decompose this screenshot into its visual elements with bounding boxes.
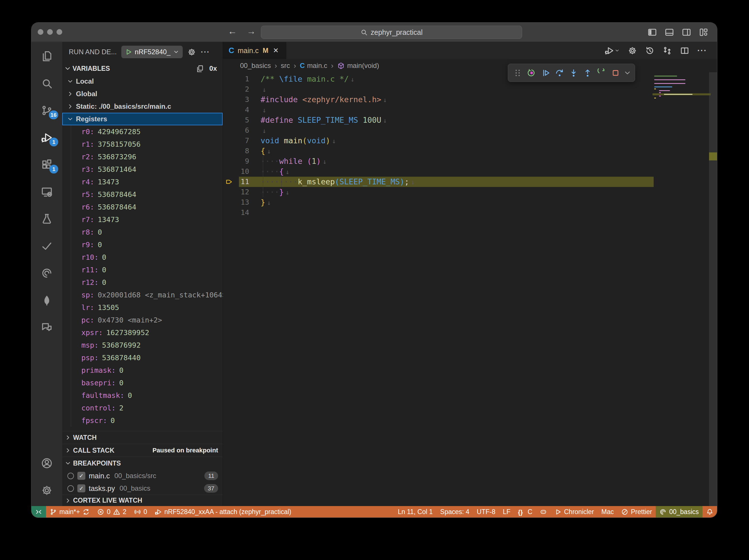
minimize-window-button[interactable] — [47, 29, 53, 35]
register-r12[interactable]: r12:0 — [62, 276, 223, 288]
status-problems[interactable]: 02 — [93, 506, 130, 517]
register-xpsr[interactable]: xpsr:1627389952 — [62, 326, 223, 339]
activity-item-run-and-debug[interactable]: 1 — [31, 124, 62, 151]
breakpoint-tasks.py[interactable]: ✓tasks.py00_basics37 — [62, 482, 223, 495]
register-lr[interactable]: lr:13505 — [62, 301, 223, 314]
gutter-margin[interactable] — [223, 208, 239, 218]
gutter-margin[interactable] — [223, 74, 239, 84]
status-workspace[interactable]: 00_basics — [656, 506, 703, 517]
breakpoints-section-header[interactable]: BREAKPOINTS — [62, 457, 223, 470]
breakpoint-checkbox[interactable]: ✓ — [77, 484, 85, 492]
register-fpscr[interactable]: fpscr:0 — [62, 414, 223, 427]
layout-custom-icon[interactable] — [699, 27, 708, 37]
status-language-mode[interactable]: {}C — [514, 506, 536, 517]
status-chronicler[interactable]: Chronicler — [551, 506, 598, 517]
tab-main-c[interactable]: C main.c M ✕ — [223, 42, 286, 59]
register-r4[interactable]: r4:13473 — [62, 175, 223, 188]
debug-step-out-button[interactable] — [581, 66, 594, 79]
debug-stop-button[interactable] — [609, 66, 621, 79]
activity-item-mongodb[interactable] — [31, 286, 62, 314]
register-psp[interactable]: psp:536878440 — [62, 351, 223, 364]
breakpoint-main.c[interactable]: ✓main.c00_basics/src11 — [62, 470, 223, 482]
gutter-margin[interactable] — [223, 135, 239, 146]
sidebar-more-actions[interactable]: ··· — [201, 48, 210, 57]
command-center-search[interactable]: zephyr_practical — [261, 26, 522, 39]
code-line-12[interactable]: 12····}↓ — [223, 187, 717, 197]
register-basepri[interactable]: basepri:0 — [62, 376, 223, 389]
minimap[interactable] — [654, 76, 708, 101]
hex-format-toggle[interactable]: 0x — [209, 65, 217, 72]
gutter-margin[interactable] — [223, 146, 239, 156]
code-line-2[interactable]: 2↓ — [223, 84, 717, 94]
debug-drag-handle-button[interactable] — [512, 66, 523, 79]
breadcrumb-item[interactable]: Cmain.c — [300, 62, 327, 70]
split-editor[interactable] — [680, 46, 689, 56]
register-r9[interactable]: r9:0 — [62, 238, 223, 251]
code-line-7[interactable]: 7void main(void)↓ — [223, 135, 717, 146]
register-msp[interactable]: msp:536876992 — [62, 339, 223, 351]
register-pc[interactable]: pc:0x4730 <main+2> — [62, 314, 223, 326]
gutter-margin[interactable] — [223, 94, 239, 105]
debug-more-button[interactable] — [623, 66, 632, 79]
gutter-margin[interactable] — [223, 115, 239, 125]
register-faultmask[interactable]: faultmask:0 — [62, 389, 223, 402]
code-editor[interactable]: 1/** \file main.c */↓2↓3#include <zephyr… — [223, 72, 717, 506]
back-button[interactable]: ← — [228, 26, 237, 37]
gutter-margin[interactable] — [223, 177, 239, 187]
launch-config-dropdown[interactable]: nRF52840_ — [121, 46, 183, 58]
code-line-4[interactable]: 4↓ — [223, 105, 717, 115]
activity-item-comments[interactable] — [31, 314, 62, 341]
scope-global[interactable]: Global — [62, 88, 223, 100]
status-encoding[interactable]: UTF-8 — [473, 506, 499, 517]
debug-step-into-button[interactable] — [568, 66, 579, 79]
register-r11[interactable]: r11:0 — [62, 263, 223, 276]
debug-step-over-button[interactable] — [554, 66, 565, 79]
copy-icon[interactable] — [196, 65, 204, 73]
code-line-9[interactable]: 9····while (1)↓ — [223, 156, 717, 166]
debug-run-menu[interactable] — [604, 46, 620, 56]
status-indentation[interactable]: Spaces: 4 — [436, 506, 473, 517]
status-mac-target[interactable]: Mac — [598, 506, 617, 517]
more-actions[interactable]: ··· — [697, 46, 707, 56]
cortex-live-watch-section-header[interactable]: CORTEX LIVE WATCH — [62, 495, 223, 506]
register-r0[interactable]: r0:4294967285 — [62, 125, 223, 138]
zoom-window-button[interactable] — [57, 29, 62, 35]
debug-continue-button[interactable] — [539, 66, 552, 79]
scope-local[interactable]: Local — [62, 75, 223, 88]
timeline-history[interactable] — [645, 46, 655, 56]
gutter-margin[interactable] — [223, 197, 239, 208]
register-sp[interactable]: sp:0x20001d68 <z_main_stack+1064> — [62, 288, 223, 301]
register-r3[interactable]: r3:536871464 — [62, 163, 223, 175]
register-control[interactable]: control:2 — [62, 402, 223, 414]
register-r2[interactable]: r2:536873296 — [62, 150, 223, 163]
layout-panel-icon[interactable] — [664, 27, 674, 37]
breadcrumb-item[interactable]: main(void) — [337, 62, 379, 70]
activity-item-testing[interactable] — [31, 205, 62, 232]
open-changes[interactable] — [663, 46, 672, 56]
status-notifications[interactable] — [703, 506, 717, 517]
gutter-margin[interactable] — [223, 105, 239, 115]
watch-section-header[interactable]: WATCH — [62, 431, 223, 444]
activity-item-explorer[interactable] — [31, 43, 62, 70]
breakpoint-checkbox[interactable]: ✓ — [77, 472, 85, 480]
gutter-margin[interactable] — [223, 166, 239, 177]
activity-item-extensions[interactable]: 1 — [31, 151, 62, 178]
status-rtt[interactable]: 0 — [130, 506, 151, 517]
close-tab-icon[interactable]: ✕ — [273, 46, 279, 55]
close-window-button[interactable] — [38, 29, 43, 35]
register-r5[interactable]: r5:536878464 — [62, 188, 223, 201]
register-primask[interactable]: primask:0 — [62, 364, 223, 376]
code-line-8[interactable]: 8{↓ — [223, 146, 717, 156]
activity-item-task-check[interactable] — [31, 232, 62, 259]
register-r6[interactable]: r6:536878464 — [62, 201, 223, 213]
scope-static[interactable]: Static: ./00_basics/src/main.c — [62, 100, 223, 113]
layout-sidebar-icon[interactable] — [647, 27, 657, 37]
code-line-1[interactable]: 1/** \file main.c */↓ — [223, 74, 717, 84]
register-r10[interactable]: r10:0 — [62, 251, 223, 263]
variables-section-header[interactable]: VARIABLES 0x — [62, 62, 223, 75]
layout-secondary-icon[interactable] — [682, 27, 691, 37]
forward-button[interactable]: → — [247, 26, 256, 37]
register-r8[interactable]: r8:0 — [62, 226, 223, 238]
gutter-margin[interactable] — [223, 156, 239, 166]
register-r1[interactable]: r1:3758157056 — [62, 138, 223, 150]
